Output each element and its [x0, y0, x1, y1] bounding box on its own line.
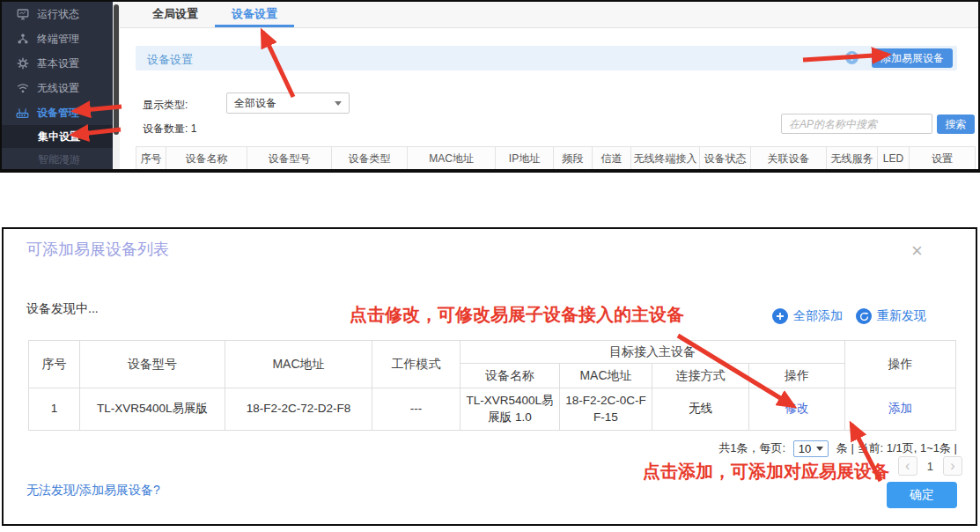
table-header-row: 序号 设备型号 MAC地址 工作模式 目标接入主设备 操作 [29, 341, 956, 364]
col-header: 设备名称 [461, 364, 560, 388]
sidebar-item-terminal-mgmt[interactable]: 终端管理 [2, 26, 113, 51]
scrollbar-thumb[interactable] [114, 4, 119, 135]
tab-bar: 全局设置 设备设置 [120, 2, 978, 28]
tab-global-settings[interactable]: 全局设置 [136, 2, 215, 27]
col-header: 操作 [749, 364, 845, 388]
cannot-discover-link[interactable]: 无法发现/添加易展设备? [26, 483, 160, 499]
device-table-header-row: 序号 设备名称 设备型号 设备类型 MAC地址 IP地址 频段 信道 无线终端接… [136, 147, 976, 171]
discovering-status: 设备发现中... [26, 301, 99, 317]
col-header: 序号 [29, 341, 80, 388]
device-count-label: 设备数量: 1 [143, 122, 196, 137]
sidebar-item-label: 设备管理 [37, 106, 79, 121]
col-group-header: 目标接入主设备 [461, 341, 845, 364]
sidebar-item-device-mgmt[interactable]: 设备管理 [2, 100, 113, 125]
cell-model: TL-XVR5400L易展版 [80, 388, 225, 431]
display-type-value: 全部设备 [234, 96, 276, 111]
page-size-select[interactable]: 10 [793, 440, 829, 457]
sidebar-item-basic-settings[interactable]: 基本设置 [2, 51, 113, 76]
sidebar-subitem-label: 智能漫游 [38, 152, 80, 167]
addable-easymesh-device-dialog: 可添加易展设备列表 × 设备发现中... 点击修改，可修改易展子设备接入的主设备… [2, 227, 977, 526]
tab-label: 全局设置 [152, 7, 198, 20]
topology-icon [16, 33, 29, 46]
col-header: 设置 [910, 147, 976, 171]
pagination-bar: 共1条，每页: 10 条 | 当前: 1/1页, 1~1条 | [28, 440, 957, 457]
col-header: 设备状态 [700, 147, 751, 171]
monitor-icon [16, 8, 29, 21]
next-page-button[interactable]: › [943, 456, 962, 476]
col-header: MAC地址 [225, 341, 372, 388]
cell-connection: 无线 [652, 388, 749, 431]
sidebar-item-label: 基本设置 [37, 56, 79, 71]
sidebar-item-label: 终端管理 [37, 32, 79, 47]
main-content: 全局设置 设备设置 设备设置 添加易展设备 ? 显示类型: 全部设备 设备数量:… [120, 2, 978, 169]
annotation-add-text: 点击添加，可添加对应易展设备 [643, 460, 889, 484]
annotation-modify-text: 点击修改，可修改易展子设备接入的主设备 [350, 303, 684, 327]
device-table: 序号 设备名称 设备型号 设备类型 MAC地址 IP地址 频段 信道 无线终端接… [136, 146, 976, 173]
col-header: 关联设备 [751, 147, 827, 171]
pagination-current: 条 | 当前: 1/1页, 1~1条 | [836, 441, 957, 454]
help-icon[interactable]: ? [845, 51, 858, 64]
confirm-button[interactable]: 确定 [887, 482, 957, 508]
tab-label: 设备设置 [232, 7, 277, 20]
col-header: 设备类型 [332, 147, 408, 171]
search-input[interactable] [781, 114, 932, 134]
wifi-icon [16, 82, 29, 95]
col-header: 设备型号 [80, 341, 225, 388]
refresh-icon [856, 308, 872, 324]
plus-icon [772, 308, 788, 324]
page-size-value: 10 [799, 442, 811, 455]
col-header: 工作模式 [372, 341, 461, 388]
sidebar-subitem-smart-roaming[interactable]: 智能漫游 [2, 148, 113, 171]
prev-page-button[interactable]: ‹ [898, 456, 917, 476]
col-header: 信道 [593, 147, 631, 171]
tab-device-settings[interactable]: 设备设置 [215, 2, 294, 27]
admin-page-screenshot: 运行状态 终端管理 基本设置 无线设置 设备管理 集中设 [0, 0, 980, 173]
rediscover-button[interactable]: 重新发现 [856, 308, 926, 324]
col-header: LED [878, 147, 910, 171]
pagination-total: 共1条，每页: [718, 441, 785, 454]
add-easymesh-device-button[interactable]: 添加易展设备 [872, 48, 953, 68]
cell-work-mode: --- [372, 388, 461, 431]
sidebar-item-running-status[interactable]: 运行状态 [2, 2, 113, 26]
modify-link[interactable]: 修改 [749, 388, 845, 431]
cell-index: 1 [29, 388, 80, 431]
section-header-bar: 设备设置 添加易展设备 [136, 46, 957, 70]
add-link[interactable]: 添加 [845, 388, 956, 431]
sidebar-item-label: 无线设置 [37, 81, 79, 96]
add-all-label: 全部添加 [793, 308, 843, 324]
col-header: MAC地址 [560, 364, 652, 388]
display-type-label: 显示类型: [143, 98, 188, 113]
col-header: 操作 [845, 341, 956, 388]
col-header: 无线终端接入 [631, 147, 700, 171]
col-header: 连接方式 [652, 364, 749, 388]
section-title: 设备设置 [147, 52, 193, 68]
search-button[interactable]: 搜索 [937, 115, 975, 134]
sidebar-subitem-central-config[interactable]: 集中设置 [2, 125, 113, 148]
page-navigation: ‹ 1 › [898, 456, 962, 476]
cell-target-name: TL-XVR5400L易展版 1.0 [461, 388, 560, 431]
sidebar: 运行状态 终端管理 基本设置 无线设置 设备管理 集中设 [2, 2, 113, 169]
vertical-scrollbar[interactable] [113, 2, 120, 169]
cell-mac: 18-F2-2C-72-D2-F8 [225, 388, 372, 431]
col-header: IP地址 [496, 147, 554, 171]
sidebar-item-wireless-settings[interactable]: 无线设置 [2, 76, 113, 100]
dialog-title: 可添加易展设备列表 [26, 239, 169, 260]
col-header: 序号 [136, 147, 166, 171]
sidebar-subitem-label: 集中设置 [38, 129, 80, 144]
col-header: 设备型号 [247, 147, 332, 171]
chevron-down-icon [335, 101, 342, 106]
table-row [136, 171, 976, 174]
col-header: 无线服务 [827, 147, 878, 171]
router-icon [16, 107, 29, 120]
display-type-select[interactable]: 全部设备 [226, 92, 350, 114]
cell-target-mac: 18-F2-2C-0C-FF-15 [560, 388, 652, 431]
close-icon[interactable]: × [911, 241, 923, 261]
discovered-device-table: 序号 设备型号 MAC地址 工作模式 目标接入主设备 操作 设备名称 MAC地址… [28, 340, 956, 431]
col-header: 频段 [554, 147, 593, 171]
chevron-down-icon [816, 447, 823, 451]
table-row: 1 TL-XVR5400L易展版 18-F2-2C-72-D2-F8 --- T… [29, 388, 956, 431]
rediscover-label: 重新发现 [877, 308, 926, 324]
col-header: 设备名称 [166, 147, 247, 171]
add-all-button[interactable]: 全部添加 [772, 308, 843, 324]
sidebar-item-label: 运行状态 [37, 7, 79, 22]
